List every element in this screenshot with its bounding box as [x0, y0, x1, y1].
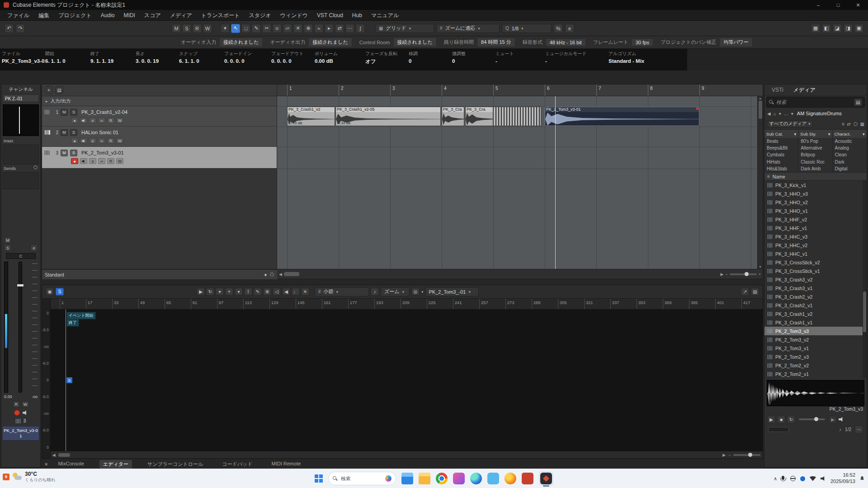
edit-channel-icon[interactable]: e	[89, 158, 96, 164]
menu-item[interactable]: MIDI	[119, 10, 140, 21]
track-mute-button[interactable]: M	[61, 109, 68, 116]
filter-column-header[interactable]: Sub Sty.▾	[798, 130, 832, 138]
right-zone-toggle-icon[interactable]: ◨	[844, 24, 853, 33]
snap-icon[interactable]: +	[225, 288, 233, 296]
preview-waveform[interactable]: 0	[767, 380, 864, 406]
record-arm-icon[interactable]	[14, 410, 20, 416]
preset-dropdown-icon[interactable]: ▾	[264, 272, 267, 277]
grid-type-dropdown[interactable]: ▦ グリッド ▾	[375, 24, 434, 33]
PK_3_CrossStick_v2[interactable]: PK_3_CrossStick_v2	[764, 258, 867, 267]
info-field[interactable]: ファイル PK_2_Tom3_v3-01	[2, 51, 45, 70]
write-automation-icon[interactable]: W	[116, 117, 123, 123]
PK_3_Crash3_v1[interactable]: PK_3_Crash3_v1	[764, 284, 867, 292]
note-quantize-icon[interactable]: ♪	[371, 288, 379, 296]
PK_2_Tom3_v3[interactable]: PK_2_Tom3_v3	[764, 327, 867, 335]
info-field[interactable]: フェーズを反転 オフ	[365, 51, 409, 70]
play-tool-icon[interactable]: ▸	[325, 24, 334, 33]
monitor-icon[interactable]	[23, 411, 28, 415]
filter-item[interactable]: Acoustic	[833, 138, 867, 145]
sends-slots[interactable]	[3, 172, 39, 189]
editor-ruler-number[interactable]: 273	[505, 299, 532, 309]
grid-view-icon[interactable]: ▦	[860, 122, 864, 127]
zero-crossing-icon[interactable]: ✕	[301, 288, 309, 296]
write-automation-icon[interactable]: W	[116, 158, 123, 164]
editor-zoom-dropdown[interactable]: ズーム ▾	[381, 287, 410, 296]
list-icon[interactable]: ≡	[842, 122, 844, 127]
global-write-button[interactable]: W	[203, 24, 212, 33]
arrange-ruler[interactable]: 123456789	[277, 84, 763, 96]
PK_3_HHF_v2[interactable]: PK_3_HHF_v2	[764, 215, 867, 224]
PK_3_Crash1_v2-04[interactable]: 1 M S PK_3_Crash1_v2-04 ● e ∞	[42, 106, 277, 127]
project-cursor[interactable]	[555, 96, 556, 269]
info-field[interactable]: ミュージカルモード -	[545, 51, 609, 70]
track-mute-button[interactable]: M	[61, 129, 68, 136]
line-tool-icon[interactable]: ≈	[314, 24, 323, 33]
PK_3_Crash2_v2[interactable]: PK_3_Crash2_v2	[764, 292, 867, 301]
snap-point-marker[interactable]: S	[66, 377, 72, 383]
global-mute-button[interactable]: M	[172, 24, 181, 33]
status-item[interactable]: 残り録音時間 84 時間 15 分	[444, 38, 515, 47]
editor-link-icon[interactable]: ▤	[751, 288, 759, 296]
ruler-bar-number[interactable]: 2	[339, 84, 390, 96]
editor-ruler-number[interactable]: 33	[112, 299, 138, 309]
automation-icon[interactable]: ∫	[356, 24, 365, 33]
menu-item[interactable]: ファイル	[3, 10, 34, 21]
inserts-slots[interactable]	[3, 145, 39, 164]
ruler-bar-number[interactable]: 7	[596, 84, 648, 96]
editor-grid-dropdown[interactable]: # 小節 ▾	[315, 287, 369, 296]
start-button[interactable]	[315, 474, 323, 483]
audio-event-sliced[interactable]	[493, 107, 541, 126]
editor-ruler-number[interactable]: 337	[610, 299, 637, 309]
global-solo-button[interactable]: S	[182, 24, 191, 33]
shuffle-icon[interactable]: ⇄	[847, 122, 850, 127]
erase-tool-icon[interactable]: ▱	[283, 24, 292, 33]
editor-ruler-number[interactable]: 353	[637, 299, 663, 309]
filter-item[interactable]: 80's Pop	[798, 138, 832, 145]
audio-event[interactable]: PK_3_Cra	[442, 107, 464, 126]
hidden-icons-chevron[interactable]: ∧	[774, 476, 777, 482]
status-item[interactable]: 録音形式 48 kHz - 16 bit	[523, 38, 586, 47]
record-arm-icon[interactable]: ●	[71, 138, 78, 144]
menu-item[interactable]: 編集	[34, 10, 54, 21]
freeze-icon[interactable]: ∞	[98, 117, 105, 123]
arrange-vertical-scrollbar[interactable]: ▲ ▼	[757, 96, 763, 269]
PK_2_Tom2_v2[interactable]: PK_2_Tom2_v2	[764, 361, 867, 370]
range-tool-icon[interactable]: I	[244, 288, 252, 296]
mic-icon[interactable]	[782, 476, 784, 480]
folder-open-icon[interactable]: ▸	[46, 99, 48, 103]
media-settings-gear-icon[interactable]	[854, 122, 858, 126]
write-automation-icon[interactable]: W	[116, 138, 123, 144]
PK_3_HHF_v1[interactable]: PK_3_HHF_v1	[764, 224, 867, 232]
chrome-icon[interactable]	[436, 473, 448, 484]
filter-item[interactable]: Analog	[833, 145, 867, 151]
track-name[interactable]: PK_3_Crash1_v2-04	[81, 109, 127, 115]
add-track-button[interactable]: +	[45, 86, 53, 94]
pin-icon[interactable]: ◉	[46, 288, 54, 296]
filter-item[interactable]: Digital	[833, 165, 867, 172]
sends-settings-icon[interactable]	[33, 165, 38, 169]
volume-fader[interactable]	[19, 262, 22, 393]
zoom-tool-icon[interactable]: ⊕	[263, 288, 271, 296]
editor-ruler-number[interactable]: 161	[322, 299, 348, 309]
event-end-marker[interactable]: 終了	[66, 319, 79, 327]
browser-icon[interactable]	[505, 473, 516, 484]
zoom-tool-icon[interactable]: ⊕	[304, 24, 313, 33]
taskbar-search-input[interactable]	[341, 476, 382, 481]
back-icon[interactable]: ◀	[767, 111, 771, 116]
track-solo-button[interactable]: S	[70, 129, 77, 136]
HALion Sonic 01[interactable]: 2 M S HALion Sonic 01 ● e ∞	[42, 127, 277, 147]
PK_3_Crash2_v1[interactable]: PK_3_Crash2_v1	[764, 301, 867, 310]
media-scrollbar[interactable]	[863, 181, 867, 378]
object-select-tool-icon[interactable]: ↖	[231, 24, 240, 33]
info-field[interactable]: 終了 9. 1. 1. 19	[90, 51, 136, 70]
monitor-icon[interactable]	[80, 138, 87, 144]
minimize-button[interactable]: –	[808, 0, 828, 10]
weather-widget[interactable]: 9 30°C くもりのち晴れ	[3, 471, 56, 483]
PK_3_HHC_v1[interactable]: PK_3_HHC_v1	[764, 249, 867, 258]
quantize-panel-icon[interactable]: e	[565, 24, 574, 33]
track-name[interactable]: HALion Sonic 01	[81, 130, 118, 135]
record-arm-icon[interactable]: ●	[71, 117, 78, 123]
comment-icon[interactable]: ⋯	[345, 24, 354, 33]
view-options-icon[interactable]: ◎	[411, 288, 420, 296]
PK_2_Tom2_v3[interactable]: PK_2_Tom2_v3	[764, 352, 867, 361]
